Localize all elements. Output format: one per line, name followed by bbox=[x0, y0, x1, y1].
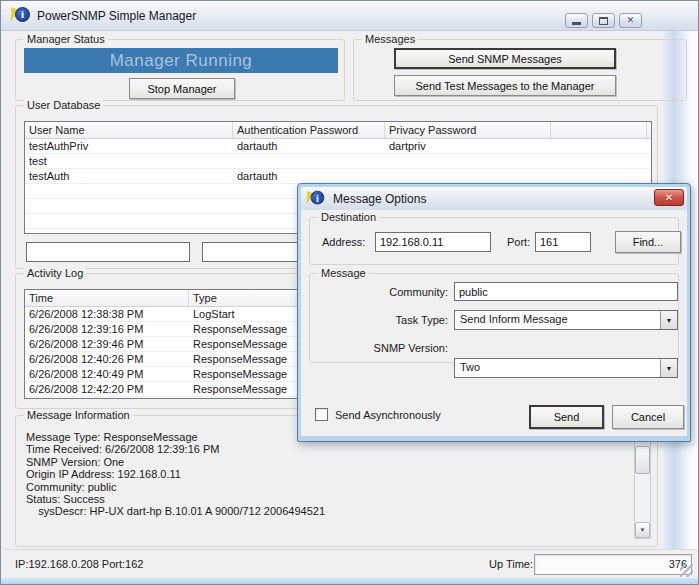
send-test-messages-button[interactable]: Send Test Messages to the Manager bbox=[394, 75, 616, 96]
table-cell: testAuth bbox=[25, 169, 233, 183]
message-info-line: Status: Success bbox=[26, 493, 621, 505]
snmp-version-label: SNMP Version: bbox=[330, 342, 448, 354]
task-type-label: Task Type: bbox=[330, 314, 448, 326]
column-header[interactable]: Privacy Password bbox=[385, 122, 551, 138]
table-row[interactable]: test bbox=[25, 154, 651, 169]
port-label: Port: bbox=[507, 236, 530, 248]
send-button[interactable]: Send bbox=[529, 405, 604, 429]
message-info-line: Time Received: 6/26/2008 12:39:16 PM bbox=[26, 443, 621, 455]
user-database-group-label: User Database bbox=[24, 99, 103, 111]
table-cell: dartauth bbox=[233, 169, 385, 183]
message-options-dialog: i Message Options Destination Address: P… bbox=[297, 183, 691, 442]
table-cell: 6/26/2008 12:40:49 PM bbox=[25, 367, 189, 381]
message-information-text: Message Type: ResponseMessageTime Receiv… bbox=[26, 431, 621, 518]
column-header[interactable]: Authentication Password bbox=[233, 122, 385, 138]
chevron-down-icon[interactable] bbox=[660, 311, 677, 329]
manager-running-banner: Manager Running bbox=[24, 48, 338, 73]
message-info-line: SNMP Version: One bbox=[26, 456, 621, 468]
message-information-group-label: Message Information bbox=[24, 409, 133, 421]
table-row[interactable]: testAuthPrivdartauthdartpriv bbox=[25, 139, 651, 154]
table-cell bbox=[233, 154, 385, 168]
window-bottom-frame bbox=[1, 578, 699, 585]
message-information-scrollbar[interactable] bbox=[634, 425, 651, 539]
manager-status-group-label: Manager Status bbox=[24, 33, 108, 45]
send-asynchronously-checkbox[interactable] bbox=[315, 408, 328, 421]
status-ip-text: IP:192.168.0.208 Port:162 bbox=[15, 558, 143, 570]
scrollbar-thumb[interactable] bbox=[635, 446, 650, 474]
manager-status-group: Manager Status Manager Running Stop Mana… bbox=[15, 39, 345, 101]
port-input[interactable] bbox=[535, 232, 591, 252]
powersnmp-icon: i bbox=[9, 7, 31, 25]
community-label: Community: bbox=[330, 286, 448, 298]
table-cell bbox=[385, 169, 551, 183]
close-button[interactable] bbox=[619, 13, 642, 28]
chevron-down-icon[interactable] bbox=[660, 359, 677, 377]
cancel-button[interactable]: Cancel bbox=[612, 405, 684, 429]
find-button[interactable]: Find... bbox=[615, 231, 681, 253]
powersnmp-icon: i bbox=[305, 190, 325, 207]
table-cell bbox=[25, 199, 233, 213]
messages-group-label: Messages bbox=[362, 33, 418, 45]
column-header[interactable]: User Name bbox=[25, 122, 233, 138]
snmp-version-value: Two bbox=[455, 359, 677, 375]
maximize-button[interactable] bbox=[592, 13, 615, 28]
address-label: Address: bbox=[322, 236, 365, 248]
scroll-down-icon[interactable] bbox=[635, 522, 650, 538]
activity-log-group-label: Activity Log bbox=[24, 267, 86, 279]
table-cell bbox=[551, 169, 647, 183]
dialog-titlebar[interactable]: i Message Options bbox=[301, 187, 687, 210]
message-info-line: Community: public bbox=[26, 481, 621, 493]
close-icon bbox=[627, 16, 635, 25]
stop-manager-button[interactable]: Stop Manager bbox=[129, 78, 235, 99]
table-cell: 6/26/2008 12:39:16 PM bbox=[25, 322, 189, 336]
table-cell: test bbox=[25, 154, 233, 168]
column-header[interactable]: Time bbox=[25, 290, 189, 306]
main-window: i PowerSNMP Simple Manager Manager Statu… bbox=[0, 0, 699, 585]
user-database-input-1[interactable] bbox=[26, 242, 190, 262]
uptime-field[interactable]: 376 bbox=[534, 554, 692, 575]
table-cell bbox=[551, 139, 647, 153]
table-cell bbox=[385, 154, 551, 168]
dialog-close-button[interactable] bbox=[654, 189, 684, 206]
table-row[interactable]: testAuthdartauth bbox=[25, 169, 651, 184]
table-cell: dartpriv bbox=[385, 139, 551, 153]
table-cell: 6/26/2008 12:42:20 PM bbox=[25, 382, 189, 396]
user-database-header: User NameAuthentication PasswordPrivacy … bbox=[25, 122, 651, 139]
column-header[interactable] bbox=[551, 122, 647, 138]
send-asynchronously-label: Send Asynchronously bbox=[335, 409, 441, 421]
table-cell: testAuthPriv bbox=[25, 139, 233, 153]
message-info-line: Origin IP Address: 192.168.0.11 bbox=[26, 468, 621, 480]
task-type-dropdown[interactable]: Send Inform Message bbox=[454, 310, 678, 330]
table-cell: 6/26/2008 12:38:38 PM bbox=[25, 307, 189, 321]
minimize-button[interactable] bbox=[565, 13, 588, 28]
maximize-icon bbox=[599, 17, 608, 25]
window-title: PowerSNMP Simple Manager bbox=[37, 9, 196, 23]
message-info-line: sysDescr: HP-UX dart-hp B.10.01 A 9000/7… bbox=[26, 505, 621, 517]
message-group-label: Message bbox=[318, 267, 369, 279]
snmp-version-dropdown[interactable]: Two bbox=[454, 358, 678, 378]
task-type-value: Send Inform Message bbox=[455, 311, 677, 327]
address-input[interactable] bbox=[375, 232, 491, 252]
dialog-title: Message Options bbox=[333, 192, 426, 206]
send-snmp-messages-button[interactable]: Send SNMP Messages bbox=[394, 48, 616, 69]
table-cell bbox=[25, 184, 233, 198]
resize-grip[interactable] bbox=[680, 564, 693, 577]
table-cell: dartauth bbox=[233, 139, 385, 153]
table-cell bbox=[25, 214, 233, 228]
message-group: Message Community: Task Type: Send Infor… bbox=[309, 273, 679, 363]
community-input[interactable] bbox=[454, 282, 678, 301]
messages-group: Messages Send SNMP Messages Send Test Me… bbox=[353, 39, 687, 101]
table-cell: 6/26/2008 12:39:46 PM bbox=[25, 337, 189, 351]
table-cell bbox=[551, 154, 647, 168]
status-bar: IP:192.168.0.208 Port:162 Up Time: 376 bbox=[4, 549, 697, 578]
uptime-label: Up Time: bbox=[489, 558, 533, 570]
minimize-icon bbox=[572, 22, 581, 25]
table-cell: 6/26/2008 12:40:26 PM bbox=[25, 352, 189, 366]
destination-group: Destination Address: Port: Find... bbox=[309, 217, 679, 265]
main-titlebar[interactable]: i PowerSNMP Simple Manager bbox=[1, 1, 699, 31]
destination-group-label: Destination bbox=[318, 211, 379, 223]
